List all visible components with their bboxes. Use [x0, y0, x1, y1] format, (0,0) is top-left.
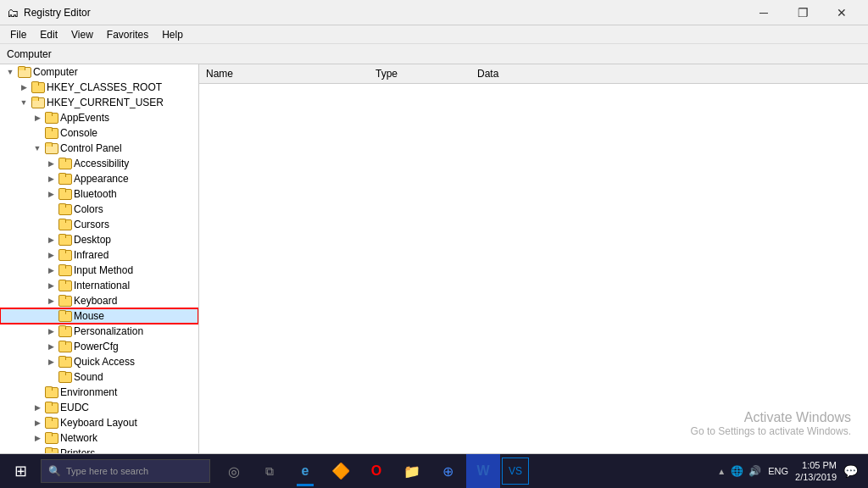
tree-toggle-control_panel[interactable] [31, 141, 44, 155]
tree-item-accessibility[interactable]: Accessibility [0, 156, 198, 171]
tree-item-network[interactable]: Network [0, 430, 198, 446]
folder-icon-input_method [58, 264, 71, 276]
tree-toggle-international[interactable] [44, 279, 58, 292]
tree-item-colors[interactable]: Colors [0, 202, 198, 217]
tree-label-bluetooth: Bluetooth [74, 188, 117, 200]
search-box[interactable]: 🔍 [41, 459, 210, 483]
search-icon: 🔍 [48, 465, 61, 477]
tray-network-icon: 🌐 [731, 465, 743, 477]
taskbar-cortana[interactable]: ◎ [217, 454, 251, 488]
tree-item-desktop[interactable]: Desktop [0, 232, 198, 247]
folder-icon-powercfg [58, 341, 71, 352]
clock-time: 1:05 PM [795, 459, 837, 471]
tree-toggle-personalization[interactable] [44, 324, 58, 338]
app-icon: 🗂 [7, 6, 19, 19]
folder-icon-computer [17, 66, 31, 78]
taskbar-tray: ▲ 🌐 🔊 ENG 1:05 PM 2/13/2019 💬 [710, 459, 865, 484]
taskbar-word[interactable]: W [466, 454, 500, 488]
taskbar-edge[interactable]: e [288, 454, 322, 488]
menu-view[interactable]: View [64, 27, 100, 42]
tree-item-computer[interactable]: Computer [0, 64, 198, 80]
tree-item-hkey_current_user[interactable]: HKEY_CURRENT_USER [0, 95, 198, 110]
menu-edit[interactable]: Edit [33, 27, 64, 42]
tree-toggle-eudc[interactable] [31, 401, 44, 414]
restore-button[interactable]: ❐ [783, 0, 822, 25]
tree-item-bluetooth[interactable]: Bluetooth [0, 186, 198, 202]
tree-toggle-network[interactable] [31, 431, 44, 445]
menu-file[interactable]: File [3, 27, 33, 42]
tree-toggle-appearance[interactable] [44, 172, 58, 186]
tree-toggle-hkey_classes_root[interactable] [17, 80, 31, 94]
tree-label-network: Network [60, 432, 97, 444]
tree-item-eudc[interactable]: EUDC [0, 400, 198, 415]
folder-icon-keyboard [58, 295, 71, 307]
tree-label-environment: Environment [60, 386, 117, 398]
folder-icon-personalization [58, 325, 71, 337]
tree-item-powercfg[interactable]: PowerCfg [0, 339, 198, 354]
taskbar-opera[interactable]: O [359, 454, 393, 488]
tree-toggle-input_method[interactable] [44, 263, 58, 277]
tree-toggle-keyboard_layout[interactable] [31, 416, 44, 430]
minimize-button[interactable]: ─ [744, 0, 783, 25]
tray-chevron[interactable]: ▲ [717, 467, 726, 476]
tree-item-keyboard_layout[interactable]: Keyboard Layout [0, 415, 198, 430]
tree-item-international[interactable]: International [0, 278, 198, 293]
tray-notifications[interactable]: 💬 [843, 464, 858, 478]
tree-item-control_panel[interactable]: Control Panel [0, 141, 198, 156]
tree-label-personalization: Personalization [74, 325, 143, 337]
tree-item-cursors[interactable]: Cursors [0, 217, 198, 232]
folder-icon-international [58, 280, 71, 291]
folder-icon-infrared [58, 249, 71, 261]
folder-icon-network [44, 432, 58, 444]
tree-item-appevents[interactable]: AppEvents [0, 110, 198, 125]
taskbar-taskview[interactable]: ⧉ [253, 454, 287, 488]
folder-icon-bluetooth [58, 188, 71, 200]
close-button[interactable]: ✕ [822, 0, 861, 25]
tree-toggle-keyboard[interactable] [44, 294, 58, 308]
tree-item-mouse[interactable]: Mouse [0, 308, 198, 324]
folder-icon-quick_access [58, 356, 71, 368]
start-button[interactable]: ⊞ [3, 454, 37, 488]
tree-item-personalization[interactable]: Personalization [0, 324, 198, 339]
folder-icon-eudc [44, 402, 58, 413]
address-label: Computer [7, 48, 52, 60]
taskbar-folder[interactable]: 📁 [395, 454, 429, 488]
tree-label-hkey_current_user: HKEY_CURRENT_USER [47, 97, 164, 108]
tray-volume-icon: 🔊 [748, 465, 761, 477]
tree-label-colors: Colors [74, 203, 103, 215]
tree-label-desktop: Desktop [74, 234, 111, 246]
tree-toggle-infrared[interactable] [44, 248, 58, 262]
folder-icon-desktop [58, 234, 71, 246]
tree-item-keyboard[interactable]: Keyboard [0, 293, 198, 308]
tree-item-environment[interactable]: Environment [0, 385, 198, 400]
tree-toggle-powercfg[interactable] [44, 340, 58, 353]
tree-toggle-accessibility[interactable] [44, 157, 58, 170]
tree-toggle-computer[interactable] [3, 65, 17, 79]
menu-help[interactable]: Help [155, 27, 190, 42]
tree-toggle-appevents[interactable] [31, 111, 44, 125]
tree-item-appearance[interactable]: Appearance [0, 171, 198, 186]
tree-toggle-hkey_current_user[interactable] [17, 96, 31, 109]
folder-icon-accessibility [58, 158, 71, 169]
tree-item-input_method[interactable]: Input Method [0, 263, 198, 278]
tree-toggle-bluetooth[interactable] [44, 187, 58, 201]
taskbar-vlc[interactable]: 🔶 [324, 454, 358, 488]
tree-item-sound[interactable]: Sound [0, 369, 198, 385]
tree-label-international: International [74, 280, 130, 291]
tree-item-quick_access[interactable]: Quick Access [0, 354, 198, 369]
search-input[interactable] [66, 466, 202, 476]
tray-clock[interactable]: 1:05 PM 2/13/2019 [795, 459, 837, 484]
tree-toggle-desktop[interactable] [44, 233, 58, 247]
menu-favorites[interactable]: Favorites [100, 27, 155, 42]
tree-item-infrared[interactable]: Infrared [0, 247, 198, 263]
tree-item-console[interactable]: Console [0, 125, 198, 141]
tree-panel[interactable]: ComputerHKEY_CLASSES_ROOTHKEY_CURRENT_US… [0, 64, 199, 453]
tree-label-mouse: Mouse [74, 310, 104, 322]
tree-toggle-quick_access[interactable] [44, 355, 58, 369]
tree-label-keyboard_layout: Keyboard Layout [60, 417, 137, 429]
tree-label-appearance: Appearance [74, 173, 129, 185]
taskbar-vscode[interactable]: VS [502, 458, 529, 485]
taskbar-chrome[interactable]: ⊕ [431, 454, 465, 488]
tree-item-printers[interactable]: Printers [0, 446, 198, 453]
tree-item-hkey_classes_root[interactable]: HKEY_CLASSES_ROOT [0, 80, 198, 95]
